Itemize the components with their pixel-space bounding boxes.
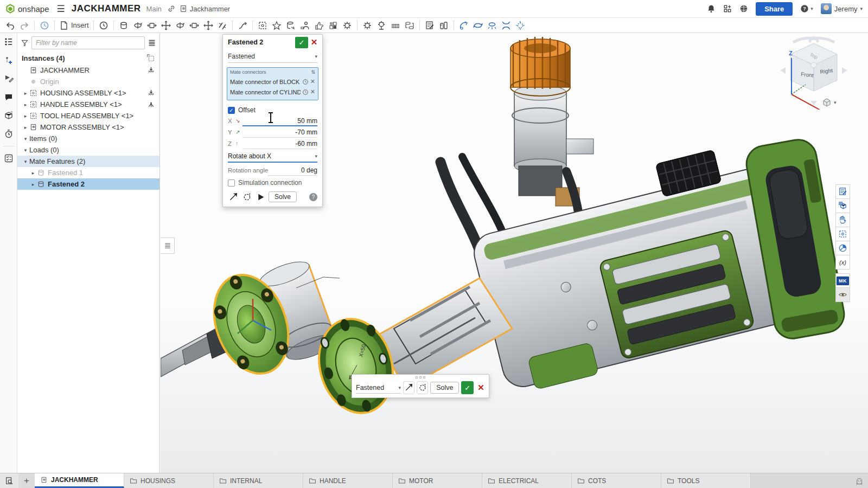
mate-connector-tool-icon[interactable] xyxy=(228,191,239,202)
document-title[interactable]: JACKHAMMER xyxy=(72,3,141,14)
update-button[interactable] xyxy=(37,19,52,32)
offset-y-input[interactable]: -70 mm xyxy=(242,127,317,138)
offset-z-input[interactable]: -60 mm xyxy=(242,138,317,149)
onshape-logo-icon[interactable] xyxy=(5,4,15,14)
filter-input[interactable] xyxy=(31,36,145,49)
versions-panel-button[interactable] xyxy=(2,127,16,140)
collapse-view-button[interactable] xyxy=(499,19,513,32)
gears-button[interactable] xyxy=(340,19,354,32)
workspace-name[interactable]: Main xyxy=(146,5,162,13)
checklist-panel-button[interactable] xyxy=(2,152,16,165)
mini-mate-type-select[interactable]: Fastened ▾ xyxy=(356,382,401,394)
motor-fan-3d[interactable] xyxy=(510,37,570,96)
simulation-checkbox-row[interactable]: Simulation connection xyxy=(223,176,322,188)
pattern-button[interactable] xyxy=(284,19,298,32)
tree-item-fastened-1[interactable]: ▸ Fastened 1 xyxy=(17,167,159,178)
solve-button[interactable]: Solve xyxy=(269,191,297,202)
instances-panel-button[interactable] xyxy=(2,35,16,48)
insert-button[interactable]: Insert xyxy=(58,19,91,32)
revision-history-button[interactable] xyxy=(97,19,111,32)
fastened-mate-button[interactable] xyxy=(117,19,131,32)
view-options-menu[interactable]: ▾ xyxy=(822,98,837,107)
offset-checkbox[interactable]: ✓ xyxy=(228,107,235,114)
group-button[interactable] xyxy=(256,19,270,32)
chevron-right-icon[interactable]: ▸ xyxy=(22,91,29,96)
rack-pinion-button[interactable] xyxy=(388,19,403,32)
tree-item-jackhammer[interactable]: JACKHAMMER xyxy=(17,65,159,76)
add-instance-icon[interactable] xyxy=(146,54,155,62)
clock-icon[interactable] xyxy=(302,89,309,95)
configurations-panel-button[interactable] xyxy=(2,54,16,67)
filter-funnel-icon[interactable] xyxy=(21,39,29,47)
named-views-button[interactable] xyxy=(423,19,437,32)
clock-icon[interactable] xyxy=(302,79,309,85)
comments-panel-button[interactable] xyxy=(2,91,16,104)
tree-item-tool-head-assembly[interactable]: ▸ TOOL HEAD ASSEMBLY <1> xyxy=(17,110,159,121)
tab-electrical[interactable]: ELECTRICAL xyxy=(482,473,572,488)
tree-section-items[interactable]: ▾ Items (0) xyxy=(17,133,159,144)
mini-free-drag-button[interactable] xyxy=(417,381,428,394)
insert-position-button[interactable] xyxy=(298,19,312,32)
chevron-right-icon[interactable]: ▸ xyxy=(22,125,29,130)
visibility-app-button[interactable] xyxy=(835,287,850,302)
variables-button[interactable] xyxy=(835,255,850,269)
snapshot-button[interactable] xyxy=(513,19,527,32)
offset-x-input[interactable]: 50 mm xyxy=(242,115,317,126)
undo-button[interactable] xyxy=(3,19,17,32)
user-menu[interactable]: Jeremy ▾ xyxy=(821,3,863,14)
notifications-bell-icon[interactable] xyxy=(707,4,716,13)
implicit-mate-icon[interactable] xyxy=(147,100,155,108)
chevron-right-icon[interactable]: ▸ xyxy=(22,102,29,107)
cancel-button[interactable]: ✕ xyxy=(308,37,320,48)
tab-tools[interactable]: TOOLS xyxy=(661,473,751,488)
panel-flyout-handle[interactable] xyxy=(161,237,175,254)
redo-button[interactable] xyxy=(17,19,31,32)
dialog-help-icon[interactable]: ? xyxy=(309,193,317,201)
tree-item-handle-assembly[interactable]: ▸ HANDLE ASSEMBLY <1> xyxy=(17,99,159,110)
mini-solve-button[interactable]: Solve xyxy=(430,382,459,394)
fixed-icon[interactable] xyxy=(147,89,155,97)
sprocket-button[interactable] xyxy=(374,19,388,32)
ghost-icon[interactable] xyxy=(855,477,864,485)
rotate-explode-button[interactable] xyxy=(471,19,485,32)
chevron-down-icon[interactable]: ▾ xyxy=(22,147,29,153)
section-view-button[interactable] xyxy=(457,19,471,32)
chevron-down-icon[interactable]: ▾ xyxy=(22,136,29,142)
hamburger-menu-icon[interactable]: ☰ xyxy=(57,3,65,15)
motor-assembly-3d[interactable] xyxy=(510,37,593,206)
tree-item-origin[interactable]: Origin xyxy=(17,76,159,87)
chevron-right-icon[interactable]: ▸ xyxy=(29,182,37,187)
parallel-mate-button[interactable] xyxy=(215,19,229,32)
tab-cots[interactable]: COTS xyxy=(572,473,661,488)
view-list-icon[interactable] xyxy=(148,38,156,47)
link-icon[interactable] xyxy=(167,4,176,13)
tree-item-fastened-2[interactable]: ▸ Fastened 2 xyxy=(17,178,159,190)
bom-panel-button[interactable] xyxy=(835,184,850,199)
linked-document[interactable]: Jackhammer xyxy=(179,4,230,13)
assembly-feature-button[interactable] xyxy=(360,19,374,32)
community-globe-icon[interactable] xyxy=(739,4,748,13)
planar-mate-button[interactable] xyxy=(159,19,173,32)
help-menu[interactable]: ▾ xyxy=(800,4,813,13)
rotate-about-select[interactable]: Rotate about X ▾ xyxy=(228,150,317,163)
search-tabs-button[interactable] xyxy=(0,473,18,488)
markup-panel-button[interactable] xyxy=(2,72,16,85)
view-cube[interactable]: Front Right Top Z X xyxy=(777,34,851,110)
part-check-panel-button[interactable] xyxy=(2,109,16,122)
slider-mate-button[interactable] xyxy=(145,19,159,32)
display-states-button[interactable] xyxy=(437,19,451,32)
derived-parts-button[interactable] xyxy=(312,19,326,32)
tab-jackhammer[interactable]: JACKHAMMER xyxy=(35,473,124,488)
mate-type-select[interactable]: Fastened ▾ xyxy=(228,50,317,63)
remove-connector-icon[interactable]: ✕ xyxy=(310,78,315,85)
replicate-button[interactable] xyxy=(270,19,284,32)
share-button[interactable]: Share xyxy=(756,2,793,16)
add-tab-button[interactable]: + xyxy=(18,473,35,488)
tree-section-loads[interactable]: ▾ Loads (0) xyxy=(17,144,159,156)
revolute-mate-button[interactable] xyxy=(131,19,145,32)
animate-play-icon[interactable] xyxy=(255,191,266,202)
tab-housings[interactable]: HOUSINGS xyxy=(124,473,214,488)
tab-internal[interactable]: INTERNAL xyxy=(214,473,303,488)
tab-handle[interactable]: HANDLE xyxy=(303,473,393,488)
swap-instances-button[interactable] xyxy=(403,19,417,32)
